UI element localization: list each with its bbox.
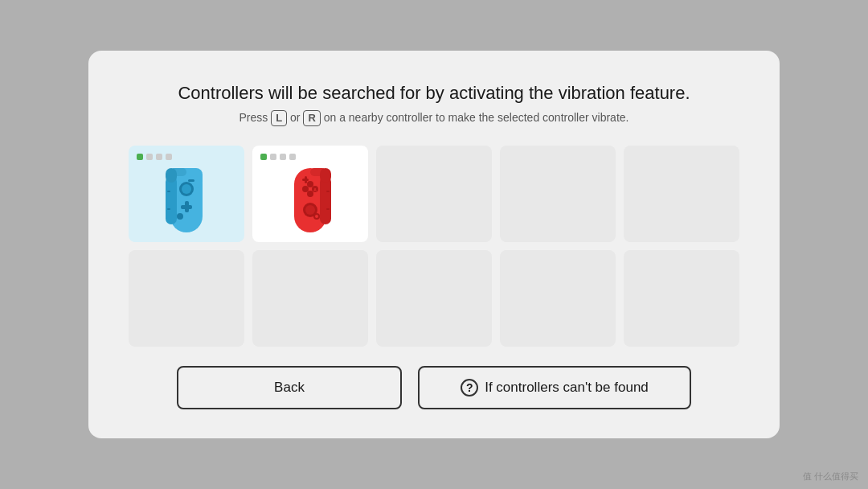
dialog-header: Controllers will be searched for by acti… — [178, 83, 690, 126]
sub-title-middle: or — [287, 111, 303, 124]
svg-point-25 — [315, 215, 318, 218]
l-key-badge: L — [271, 110, 287, 126]
sub-title-suffix: on a nearby controller to make the selec… — [321, 111, 629, 124]
svg-rect-11 — [167, 191, 170, 192]
svg-point-8 — [177, 213, 183, 220]
r-key-badge: R — [303, 110, 320, 126]
controller-slot-9[interactable] — [500, 250, 616, 347]
svg-rect-7 — [188, 179, 194, 182]
dot-2-1 — [260, 154, 267, 160]
joycon-left-icon — [166, 168, 207, 232]
slot-2-indicators — [260, 154, 296, 160]
controller-image-1 — [166, 166, 207, 234]
dot-1-2 — [146, 154, 153, 160]
dot-1-3 — [156, 154, 162, 160]
svg-rect-28 — [326, 191, 330, 192]
controller-slot-7[interactable] — [252, 250, 368, 347]
back-button[interactable]: Back — [177, 366, 402, 409]
joycon-right-icon: A — [289, 168, 331, 232]
sub-title-prefix: Press — [240, 111, 272, 124]
controller-search-dialog: Controllers will be searched for by acti… — [88, 51, 780, 438]
controller-image-2: A — [289, 166, 331, 234]
svg-rect-23 — [305, 176, 307, 183]
controller-slot-10[interactable] — [624, 250, 739, 347]
help-button[interactable]: ? If controllers can't be found — [418, 366, 691, 409]
svg-point-4 — [182, 184, 191, 194]
svg-point-16 — [305, 205, 315, 215]
svg-rect-6 — [185, 201, 189, 212]
sub-title: Press L or R on a nearby controller to m… — [178, 110, 690, 126]
svg-rect-12 — [167, 208, 170, 210]
dot-2-4 — [289, 154, 296, 160]
controllers-grid: A — [129, 146, 739, 347]
svg-text:A: A — [313, 187, 317, 192]
main-title: Controllers will be searched for by acti… — [178, 83, 690, 104]
svg-rect-27 — [320, 168, 331, 183]
controller-slot-1[interactable] — [129, 146, 244, 242]
svg-rect-2 — [166, 176, 177, 224]
svg-rect-14 — [320, 176, 331, 224]
svg-point-19 — [307, 181, 313, 187]
dot-2-3 — [280, 154, 286, 160]
dot-2-2 — [270, 154, 276, 160]
dot-1-4 — [166, 154, 172, 160]
dot-1-1 — [137, 154, 143, 160]
help-icon: ? — [461, 379, 478, 397]
svg-point-18 — [302, 186, 309, 192]
controller-slot-2[interactable]: A — [252, 146, 368, 242]
watermark: 值 什么值得买 — [803, 471, 858, 483]
svg-rect-29 — [326, 208, 330, 210]
svg-rect-10 — [166, 168, 177, 183]
controller-slot-4[interactable] — [500, 146, 616, 242]
controller-slot-6[interactable] — [129, 250, 244, 347]
help-button-label: If controllers can't be found — [485, 380, 649, 396]
controller-slot-8[interactable] — [376, 250, 492, 347]
buttons-row: Back ? If controllers can't be found — [129, 366, 739, 409]
slot-1-indicators — [137, 154, 172, 160]
controller-slot-5[interactable] — [624, 146, 739, 242]
svg-point-20 — [307, 191, 313, 197]
controller-slot-3[interactable] — [376, 146, 492, 242]
